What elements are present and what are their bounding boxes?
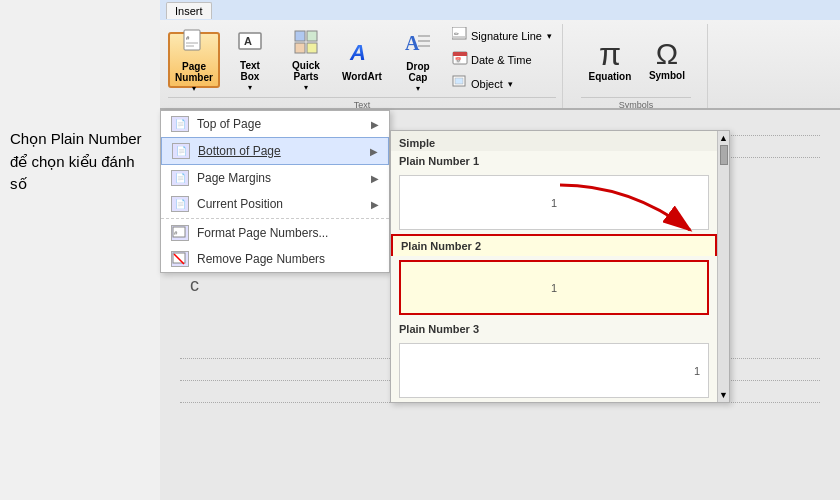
symbol-icon: Ω xyxy=(656,39,678,69)
top-of-page-arrow: ▶ xyxy=(371,119,379,130)
object-icon xyxy=(452,75,468,93)
svg-text:A: A xyxy=(405,32,420,54)
date-time-icon: 📅 xyxy=(452,51,468,69)
page-number-icon: # xyxy=(180,28,208,60)
text-group-label: Text xyxy=(168,97,556,110)
submenu-scrollbar[interactable]: ▲ ▼ xyxy=(717,131,729,402)
scroll-thumb[interactable] xyxy=(720,145,728,165)
signature-group: ✏ Signature Line ▾ 📅 xyxy=(448,25,556,95)
plain2-num: 1 xyxy=(551,282,557,294)
signature-line-label: Signature Line xyxy=(471,30,542,42)
menu-divider xyxy=(161,218,389,219)
ribbon-group-symbols: π Equation Ω Symbol Symbols xyxy=(565,24,708,110)
annotation-content: Chọn Plain Number để chọn kiểu đánh số xyxy=(10,130,142,192)
submenu-items: Simple Plain Number 1 1 Plain Number 2 1… xyxy=(391,131,717,402)
menu-item-bottom-of-page[interactable]: 📄 Bottom of Page ▶ xyxy=(161,137,389,165)
svg-rect-19 xyxy=(453,52,467,56)
page-margins-label: Page Margins xyxy=(197,171,271,185)
svg-text:📅: 📅 xyxy=(455,57,462,64)
bottom-of-page-arrow: ▶ xyxy=(370,146,378,157)
current-position-arrow: ▶ xyxy=(371,199,379,210)
scroll-up-arrow[interactable]: ▲ xyxy=(719,133,728,143)
page-number-arrow: ▾ xyxy=(192,84,196,93)
equation-icon: π xyxy=(599,38,621,70)
svg-rect-6 xyxy=(295,31,305,41)
submenu-plain-number-3-label[interactable]: Plain Number 3 xyxy=(391,319,717,339)
plain3-num: 1 xyxy=(694,365,700,377)
drop-cap-icon: A xyxy=(404,28,432,60)
format-numbers-icon: # xyxy=(171,225,189,241)
submenu-plain2-preview[interactable]: 1 xyxy=(399,260,709,315)
symbols-group-content: π Equation Ω Symbol xyxy=(581,24,691,95)
plain1-num: 1 xyxy=(551,197,557,209)
ribbon-group-text: # Page Number ▾ A xyxy=(162,24,563,110)
menu-item-page-margins[interactable]: 📄 Page Margins ▶ xyxy=(161,165,389,191)
date-time-label: Date & Time xyxy=(471,54,532,66)
svg-rect-9 xyxy=(307,43,317,53)
drop-cap-button[interactable]: A DropCap ▾ xyxy=(392,32,444,88)
submenu-plain3-preview[interactable]: 1 xyxy=(399,343,709,398)
page-number-label: Page Number xyxy=(172,61,216,83)
page-margins-arrow: ▶ xyxy=(371,173,379,184)
svg-text:A: A xyxy=(349,40,366,65)
page-number-button[interactable]: # Page Number ▾ xyxy=(168,32,220,88)
submenu-plain-number-2-label[interactable]: Plain Number 2 xyxy=(391,234,717,256)
drop-cap-arrow: ▾ xyxy=(416,84,420,93)
svg-rect-8 xyxy=(295,43,305,53)
quick-parts-arrow: ▾ xyxy=(304,83,308,92)
remove-numbers-icon xyxy=(171,251,189,267)
signature-line-arrow: ▾ xyxy=(547,31,552,41)
ribbon-tabs: Insert xyxy=(160,0,840,20)
doc-letter: c xyxy=(190,275,199,296)
remove-page-numbers-label: Remove Page Numbers xyxy=(197,252,325,266)
signature-line-icon: ✏ xyxy=(452,27,468,45)
bottom-of-page-icon: 📄 xyxy=(172,143,190,159)
dropdown-menu: 📄 Top of Page ▶ 📄 Bottom of Page ▶ 📄 Pag… xyxy=(160,110,390,273)
current-position-label: Current Position xyxy=(197,197,283,211)
wordart-button[interactable]: A WordArt xyxy=(336,32,388,88)
annotation-text: Chọn Plain Number để chọn kiểu đánh số xyxy=(0,120,155,204)
drop-cap-label: DropCap xyxy=(406,61,429,83)
svg-rect-7 xyxy=(307,31,317,41)
top-of-page-icon: 📄 xyxy=(171,116,189,132)
menu-item-top-of-page[interactable]: 📄 Top of Page ▶ xyxy=(161,111,389,137)
signature-line-button[interactable]: ✏ Signature Line ▾ xyxy=(448,25,556,47)
submenu-panel: Simple Plain Number 1 1 Plain Number 2 1… xyxy=(390,130,730,403)
ribbon-group-text-content: # Page Number ▾ A xyxy=(168,24,556,95)
svg-rect-22 xyxy=(455,78,463,84)
text-box-button[interactable]: A TextBox ▾ xyxy=(224,32,276,88)
scroll-down-arrow[interactable]: ▼ xyxy=(719,390,728,400)
menu-item-current-position[interactable]: 📄 Current Position ▶ xyxy=(161,191,389,217)
wordart-icon: A xyxy=(348,38,376,70)
symbol-button[interactable]: Ω Symbol xyxy=(643,32,691,88)
submenu-plain-number-1-label[interactable]: Plain Number 1 xyxy=(391,151,717,171)
date-time-button[interactable]: 📅 Date & Time xyxy=(448,49,556,71)
wordart-label: WordArt xyxy=(342,71,382,82)
ribbon: Insert # Page Number ▾ xyxy=(160,0,840,110)
bottom-of-page-label: Bottom of Page xyxy=(198,144,281,158)
submenu-plain1-preview[interactable]: 1 xyxy=(399,175,709,230)
tab-insert[interactable]: Insert xyxy=(166,2,212,19)
text-box-icon: A xyxy=(237,29,263,59)
submenu-section-simple: Simple xyxy=(391,131,717,151)
equation-button[interactable]: π Equation xyxy=(581,32,639,88)
svg-text:A: A xyxy=(244,35,252,47)
quick-parts-icon xyxy=(293,29,319,59)
quick-parts-label: QuickParts xyxy=(292,60,320,82)
text-box-label: TextBox xyxy=(240,60,260,82)
quick-parts-button[interactable]: QuickParts ▾ xyxy=(280,32,332,88)
object-label: Object xyxy=(471,78,503,90)
object-button[interactable]: Object ▾ xyxy=(448,73,556,95)
submenu-content: Simple Plain Number 1 1 Plain Number 2 1… xyxy=(391,131,729,402)
text-box-arrow: ▾ xyxy=(248,83,252,92)
menu-item-remove-page-numbers[interactable]: Remove Page Numbers xyxy=(161,246,389,272)
page-margins-icon: 📄 xyxy=(171,170,189,186)
symbols-group-label: Symbols xyxy=(581,97,691,110)
equation-label: Equation xyxy=(589,71,632,82)
symbol-label: Symbol xyxy=(649,70,685,81)
svg-text:✏: ✏ xyxy=(454,31,459,37)
menu-item-format-page-numbers[interactable]: # Format Page Numbers... xyxy=(161,220,389,246)
object-arrow: ▾ xyxy=(508,79,513,89)
ribbon-body: # Page Number ▾ A xyxy=(160,20,840,110)
top-of-page-label: Top of Page xyxy=(197,117,261,131)
